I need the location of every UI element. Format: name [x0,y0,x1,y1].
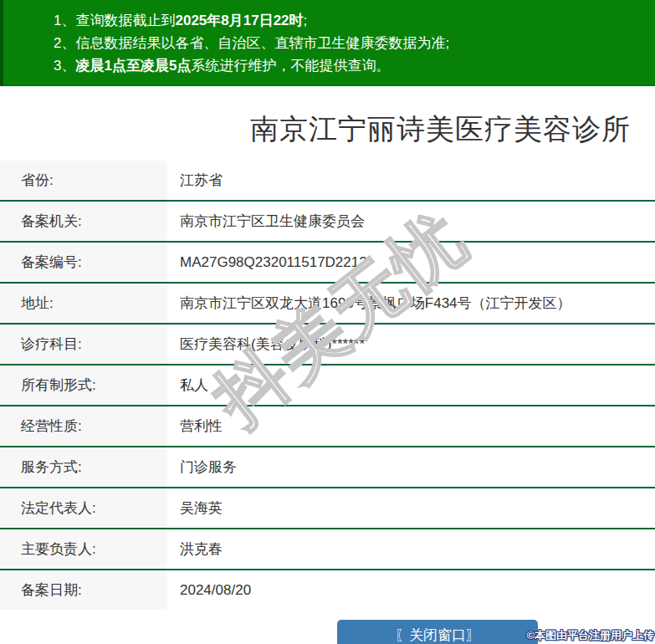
row-value: 私人 [167,365,655,405]
row-value: 2024/08/20 [167,570,655,610]
row-value: 医疗美容科(美容皮肤科)****** [167,325,655,364]
row-label: 经营性质: [0,406,167,446]
notice-3-suffix: 系统进行维护，不能提供查询。 [191,58,390,74]
table-row-address: 地址: 南京市江宁区双龙大道1698号景枫广场F434号（江宁开发区） [0,284,655,325]
close-window-button[interactable]: 〖关闭窗口〗 [337,620,538,644]
row-label: 备案机关: [0,202,167,241]
notice-1-bold: 2025年8月17日22时 [175,13,303,28]
row-label: 诊疗科目: [0,325,167,364]
page-title: 南京江宁丽诗美医疗美容诊所 [226,112,655,146]
notice-3-text: 3、 [54,58,75,74]
table-row-ownership-form: 所有制形式: 私人 [0,365,655,406]
row-label: 备案编号: [0,243,167,282]
notice-line-3: 3、凌晨1点至凌晨5点系统进行维护，不能提供查询。 [54,54,647,77]
notice-2-text: 2、信息数据结果以各省、自治区、直辖市卫生健康委数据为准; [54,35,449,51]
row-value: 门诊服务 [167,447,655,487]
notice-banner: 1、查询数据截止到2025年8月17日22时; 2、信息数据结果以各省、自治区、… [0,0,655,86]
row-label: 省份: [0,161,167,200]
table-row-service-mode: 服务方式: 门诊服务 [0,447,655,488]
table-row-principal: 主要负责人: 洪克春 [0,529,655,570]
row-label: 主要负责人: [0,529,167,569]
table-row-operation-nature: 经营性质: 营利性 [0,406,655,447]
row-label: 法定代表人: [0,488,167,528]
row-value: MA27G98Q232011517D2212 [167,243,655,282]
notice-3-bold: 凌晨1点至凌晨5点 [75,58,191,74]
row-value: 江苏省 [167,161,655,200]
registration-info-page: 1、查询数据截止到2025年8月17日22时; 2、信息数据结果以各省、自治区、… [0,0,655,644]
row-value: 洪克春 [167,529,655,569]
info-table: 省份: 江苏省 备案机关: 南京市江宁区卫生健康委员会 备案编号: MA27G9… [0,161,655,610]
notice-line-1: 1、查询数据截止到2025年8月17日22时; [54,9,647,32]
row-value: 吴海英 [167,488,655,528]
table-row-filing-number: 备案编号: MA27G98Q232011517D2212 [0,243,655,284]
credit-watermark: ©本图由平台注册用户上传 [526,628,654,643]
row-label: 备案日期: [0,570,167,610]
table-row-treatment-subjects: 诊疗科目: 医疗美容科(美容皮肤科)****** [0,325,655,365]
row-label: 地址: [0,284,167,323]
row-label: 服务方式: [0,447,167,487]
row-value: 南京市江宁区卫生健康委员会 [167,202,655,241]
row-value: 营利性 [167,406,655,446]
table-row-filing-authority: 备案机关: 南京市江宁区卫生健康委员会 [0,202,655,243]
notice-line-2: 2、信息数据结果以各省、自治区、直辖市卫生健康委数据为准; [54,32,647,54]
table-row-legal-representative: 法定代表人: 吴海英 [0,488,655,529]
table-row-filing-date: 备案日期: 2024/08/20 [0,570,655,610]
notice-1-suffix: ; [304,13,308,28]
row-label: 所有制形式: [0,365,167,405]
table-row-province: 省份: 江苏省 [0,161,655,202]
notice-1-text: 1、查询数据截止到 [54,13,175,28]
row-value: 南京市江宁区双龙大道1698号景枫广场F434号（江宁开发区） [167,284,655,323]
